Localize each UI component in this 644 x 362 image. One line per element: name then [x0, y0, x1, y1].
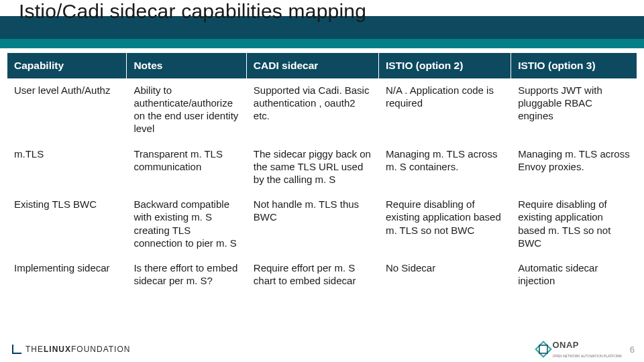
col-capability: Capability — [7, 53, 127, 79]
capabilities-table: Capability Notes CADI sidecar ISTIO (opt… — [7, 52, 637, 294]
cell-cadi: Supported via Cadi. Basic authentication… — [246, 78, 378, 142]
cell-opt3: Require disabling of existing applicatio… — [511, 193, 637, 257]
cell-capability: m.TLS — [7, 142, 127, 193]
cell-opt2: Managing m. TLS across m. S containers. — [379, 142, 511, 193]
col-istio-2: ISTIO (option 2) — [379, 53, 511, 79]
cell-opt3: Automatic sidecar injection — [511, 256, 637, 294]
onap-logo-subtext: OPEN NETWORK AUTOMATION PLATFORM — [552, 354, 621, 358]
table-row: Existing TLS BWC Backward compatible wit… — [7, 193, 637, 257]
cell-capability: Existing TLS BWC — [7, 193, 127, 257]
lf-main: LINUX — [44, 345, 71, 354]
slide-title: Istio/Cadi sidecar capabilities mapping — [19, 0, 366, 23]
onap-mark-icon — [537, 343, 549, 355]
onap-logo: ONAP OPEN NETWORK AUTOMATION PLATFORM — [537, 340, 621, 359]
content-area: Capability Notes CADI sidecar ISTIO (opt… — [0, 48, 644, 362]
linux-foundation-logo: THELINUXFOUNDATION — [12, 345, 130, 354]
cell-opt3: Managing m. TLS across Envoy proxies. — [511, 142, 637, 193]
lf-suffix: FOUNDATION — [71, 345, 130, 354]
cell-capability: Implementing sidecar — [7, 256, 127, 294]
cell-capability: User level Auth/Authz — [7, 78, 127, 142]
cell-opt2: N/A . Application code is required — [379, 78, 511, 142]
table-row: User level Auth/Authz Ability to authent… — [7, 78, 637, 142]
footer: THELINUXFOUNDATION ONAP OPEN NETWORK AUT… — [0, 341, 644, 358]
cell-notes: Is there effort to embed sidecar per m. … — [127, 256, 246, 294]
cell-notes: Transparent m. TLS communication — [127, 142, 246, 193]
col-cadi: CADI sidecar — [246, 53, 378, 79]
cell-opt2: Require disabling of existing applicatio… — [379, 193, 511, 257]
cell-cadi: The sidecar piggy back on the same TLS U… — [246, 142, 378, 193]
lf-logo-text: THELINUXFOUNDATION — [25, 345, 130, 354]
table-header-row: Capability Notes CADI sidecar ISTIO (opt… — [7, 53, 637, 79]
cell-cadi: Require effort per m. S chart to embed s… — [246, 256, 378, 294]
cell-opt3: Supports JWT with pluggable RBAC engines — [511, 78, 637, 142]
onap-logo-text: ONAP — [552, 340, 579, 350]
page-number: 6 — [630, 345, 635, 355]
footer-right: ONAP OPEN NETWORK AUTOMATION PLATFORM 6 — [537, 340, 635, 359]
cell-opt2: No Sidecar — [379, 256, 511, 294]
col-notes: Notes — [127, 53, 246, 79]
col-istio-3: ISTIO (option 3) — [511, 53, 637, 79]
lf-prefix: THE — [25, 345, 44, 354]
cell-cadi: Not handle m. TLS thus BWC — [246, 193, 378, 257]
table-row: m.TLS Transparent m. TLS communication T… — [7, 142, 637, 193]
title-band: Istio/Cadi sidecar capabilities mapping — [0, 0, 644, 48]
lf-mark-icon — [12, 345, 21, 354]
cell-notes: Ability to authenticate/authorize on the… — [127, 78, 246, 142]
cell-notes: Backward compatible with existing m. S c… — [127, 193, 246, 257]
table-row: Implementing sidecar Is there effort to … — [7, 256, 637, 294]
slide: Istio/Cadi sidecar capabilities mapping … — [0, 0, 644, 362]
